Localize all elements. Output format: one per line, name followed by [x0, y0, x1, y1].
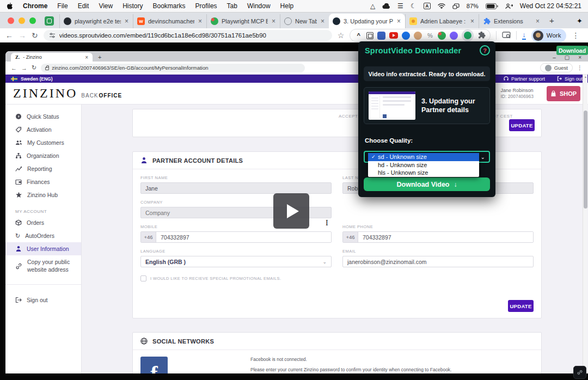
wifi-icon[interactable] [438, 3, 445, 9]
bookmark-star-icon[interactable]: ☆ [338, 32, 345, 39]
first-name-input[interactable] [140, 182, 332, 194]
tab-playwright-e2e[interactable]: playwright e2e tests on × [59, 14, 133, 28]
sparkle-icon[interactable]: ✦ [577, 17, 583, 25]
sidebar-item-orders[interactable]: Orders [5, 216, 81, 229]
scroll-up-icon[interactable]: ▲ [584, 75, 587, 78]
nav-sign-out[interactable]: Sign out [557, 76, 583, 82]
inner-menu-kebab-icon[interactable]: ⋮ [577, 65, 583, 71]
menu-profiles[interactable]: Profiles [195, 2, 217, 10]
close-tab-icon[interactable]: × [396, 17, 401, 25]
sproutvideo-downloader-icon[interactable] [462, 29, 474, 41]
site-settings-icon[interactable] [49, 32, 56, 39]
shop-button[interactable]: SHOP [547, 86, 580, 101]
menu-bookmarks[interactable]: Bookmarks [153, 2, 186, 10]
tab-new-tab[interactable]: New Tab × [280, 14, 329, 28]
help-button[interactable]: ? [480, 45, 490, 56]
tab-devinschumacher[interactable]: W devinschumacher | Who × [133, 14, 206, 28]
forward-button[interactable]: → [19, 32, 26, 39]
details-update-button[interactable]: UPDATE [508, 300, 534, 312]
recorder-download-button[interactable]: Download [556, 46, 588, 55]
back-icon[interactable]: ← [11, 65, 17, 71]
purple-extension-icon[interactable] [450, 32, 458, 40]
back-button[interactable]: ← [5, 32, 13, 39]
menu-view[interactable]: View [99, 2, 113, 10]
screen-capture-icon[interactable] [502, 32, 511, 39]
tab-playwright-mcp[interactable]: Playwright MCP Bridge × [206, 14, 280, 28]
youtube-extension-icon[interactable] [389, 32, 398, 39]
close-tab-icon[interactable]: × [470, 17, 475, 25]
menu-edit[interactable]: Edit [78, 2, 89, 10]
zoom-window-button[interactable] [29, 17, 36, 24]
focus-moon-icon[interactable]: ☾ [411, 3, 416, 9]
play-button[interactable] [273, 193, 309, 229]
page-scrollbar[interactable]: ▲ [583, 75, 587, 373]
reload-icon[interactable]: ↻ [32, 64, 36, 71]
stage-manager-icon[interactable]: ☰ [397, 3, 403, 9]
mobile-input[interactable] [156, 232, 331, 242]
tab-extensions[interactable]: Extensions × [479, 14, 544, 28]
screen-mirroring-icon[interactable] [452, 3, 460, 9]
user-switch-icon[interactable] [505, 3, 513, 9]
tab-updating-partner-details[interactable]: 3. Updating your Partne × [329, 14, 405, 28]
reload-button[interactable]: ↻ [32, 32, 38, 39]
minimize-icon[interactable]: – [553, 54, 556, 60]
close-icon[interactable]: × [578, 54, 581, 60]
sproutvideo-player-logo[interactable] [573, 366, 586, 379]
profile-button[interactable]: Work [531, 29, 567, 42]
locale-label[interactable]: Sweden (ENG) [21, 76, 53, 82]
sidebar-item-my-customers[interactable]: My Customers [5, 136, 81, 149]
sidebar-item-activation[interactable]: Activation [5, 123, 81, 136]
inner-address-bar[interactable]: zinzino.com/2007406963/SE/en-GB/account/… [41, 64, 305, 72]
download-video-button[interactable]: Download Video ↓ [364, 177, 490, 191]
sidebar-item-quick-status[interactable]: Quick Status [5, 110, 81, 123]
close-tab-icon[interactable]: × [198, 17, 203, 25]
grid-extension-icon[interactable] [366, 32, 373, 39]
inner-new-tab-button[interactable]: + [98, 54, 101, 60]
extensions-menu-icon[interactable] [477, 32, 486, 40]
collapse-caret-icon[interactable]: ^ [354, 32, 363, 40]
zinzino-logo[interactable]: ZINZINO BACK OFFICE [13, 86, 122, 101]
video-player[interactable]: Z. - Zinzino × + – ▢ × ← → ↻ zinzino.com… [0, 42, 588, 380]
quality-option-sd[interactable]: ✓ sd - Unknown size [368, 153, 479, 161]
new-tab-button[interactable]: + [549, 16, 554, 25]
promo-checkbox[interactable] [140, 275, 146, 281]
language-select[interactable]: English (GRB ) ⌄ [140, 256, 332, 267]
maximize-icon[interactable]: ▢ [565, 54, 569, 60]
close-window-button[interactable] [8, 17, 14, 24]
sidebar-item-copy-public-website[interactable]: Copy your public website address [5, 255, 81, 277]
menu-history[interactable]: History [122, 2, 143, 10]
shield-extension-icon[interactable] [377, 32, 385, 40]
menu-file[interactable]: File [57, 2, 68, 10]
url-text[interactable]: videos.sproutvideo.com/embed/119cd6bc1a1… [59, 32, 266, 39]
blue-extension-icon[interactable] [402, 32, 410, 40]
home-phone-input[interactable] [358, 232, 533, 242]
minimize-window-button[interactable] [19, 17, 25, 24]
quality-option-hls[interactable]: hls - Unknown size [368, 169, 479, 177]
playwright-extension-icon[interactable] [438, 32, 446, 40]
tab-adrien-labaeye[interactable]: Adrien Labaeye : Berlin, × [405, 14, 479, 28]
menu-window[interactable]: Window [247, 2, 271, 10]
sidebar-item-finances[interactable]: Finances [5, 175, 81, 188]
sidebar-item-autoorders[interactable]: ↻ AutoOrders [5, 229, 81, 242]
close-tab-icon[interactable]: × [320, 17, 325, 25]
menu-help[interactable]: Help [280, 2, 294, 10]
close-tab-icon[interactable]: × [271, 17, 276, 25]
close-tab-icon[interactable]: × [85, 54, 88, 60]
menu-chrome[interactable]: Chrome [23, 2, 47, 10]
sidebar-item-user-information[interactable]: User Information [5, 242, 81, 255]
sidebar-item-sign-out[interactable]: Sign out [5, 293, 81, 307]
user-info[interactable]: Jane Robinson ID: 2007406963 [501, 88, 534, 100]
forward-icon[interactable]: → [21, 65, 27, 71]
email-input[interactable] [342, 256, 534, 267]
cloud-icon[interactable] [382, 3, 390, 9]
guest-profile-button[interactable]: Guest [540, 63, 573, 72]
menu-tab[interactable]: Tab [227, 2, 237, 10]
close-tab-icon[interactable]: × [535, 17, 540, 25]
address-bar[interactable]: videos.sproutvideo.com/embed/119cd6bc1a1… [44, 30, 332, 41]
apple-icon[interactable] [7, 2, 13, 10]
nav-partner-support[interactable]: Partner support [504, 76, 545, 82]
triangle-status-icon[interactable]: △ [370, 3, 375, 9]
terms-update-button[interactable]: UPDATE [509, 119, 535, 131]
quality-option-hd[interactable]: hd - Unknown size [368, 161, 479, 169]
facebook-icon[interactable]: f [140, 357, 168, 373]
